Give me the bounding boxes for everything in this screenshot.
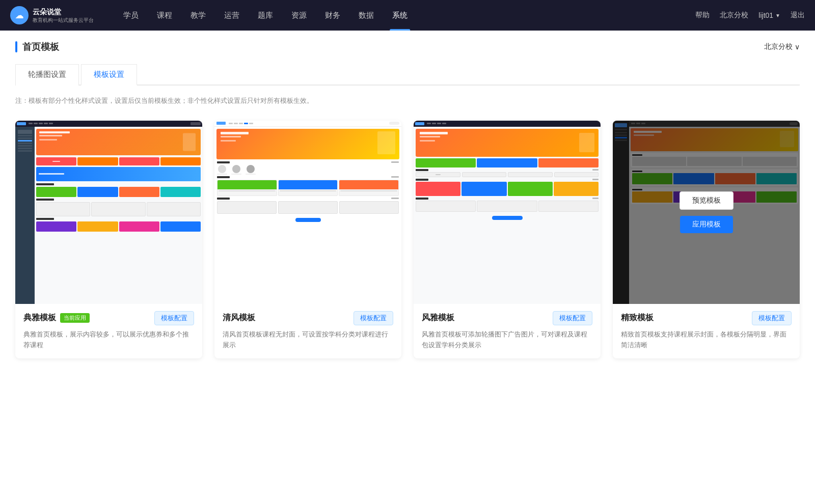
template-card-2: 预览模板 应用模板 清风模板 模板配置 清风首页模板课程无封面，可设置按学科分类… bbox=[214, 121, 401, 359]
branch-selector-arrow-icon: ∨ bbox=[795, 43, 800, 51]
logo-text: 云朵说堂 教育机构一站式服务云平台 bbox=[33, 7, 94, 23]
preview-btn-3[interactable]: 预览模板 bbox=[480, 191, 534, 210]
template-card-1: 预览模板 应用模板 典雅模板 当前应用 模板配置 典雅首页模板，展示内容较多，可… bbox=[15, 121, 202, 359]
template-name-2: 清风模板 bbox=[223, 313, 255, 323]
dropdown-arrow-icon: ▼ bbox=[775, 13, 780, 18]
nav-item-courses[interactable]: 课程 bbox=[148, 0, 181, 31]
config-btn-2[interactable]: 模板配置 bbox=[354, 311, 393, 325]
branch-selector[interactable]: 北京分校 ∨ bbox=[764, 42, 800, 51]
nav-item-resources[interactable]: 资源 bbox=[282, 0, 316, 31]
help-link[interactable]: 帮助 bbox=[695, 11, 710, 20]
username-label: lijt01 bbox=[758, 11, 773, 19]
config-btn-1[interactable]: 模板配置 bbox=[154, 311, 194, 325]
nav-item-operations[interactable]: 运营 bbox=[215, 0, 249, 31]
logo-line2: 教育机构一站式服务云平台 bbox=[33, 17, 94, 23]
template-info-3: 风雅模板 模板配置 风雅首页模板可添加轮播图下广告图片，可对课程及课程包设置学科… bbox=[414, 304, 601, 359]
template-name-4: 精致模板 bbox=[621, 313, 654, 323]
template-name-left-1: 典雅模板 当前应用 bbox=[23, 313, 90, 323]
template-desc-2: 清风首页模板课程无封面，可设置按学科分类对课程进行展示 bbox=[223, 329, 393, 351]
template-preview-1[interactable]: 预览模板 应用模板 bbox=[15, 121, 202, 304]
page-title: 首页模板 bbox=[22, 41, 59, 53]
template-info-4: 精致模板 模板配置 精致首页模板支持课程展示封面，各模板分隔明显，界面简洁清晰 bbox=[613, 304, 800, 359]
user-dropdown[interactable]: lijt01 ▼ bbox=[758, 11, 780, 19]
template-name-row-1: 典雅模板 当前应用 模板配置 bbox=[23, 311, 194, 325]
main-nav: 学员 课程 教学 运营 题库 资源 财务 数据 系统 bbox=[114, 0, 695, 31]
apply-btn-2[interactable]: 应用模板 bbox=[282, 216, 335, 233]
templates-grid: 预览模板 应用模板 典雅模板 当前应用 模板配置 典雅首页模板，展示内容较多，可… bbox=[15, 121, 800, 359]
config-btn-4[interactable]: 模板配置 bbox=[752, 311, 792, 325]
badge-applied-1: 当前应用 bbox=[60, 313, 90, 323]
template-desc-1: 典雅首页模板，展示内容较多，可以展示优惠券和多个推荐课程 bbox=[23, 329, 194, 351]
template-info-1: 典雅模板 当前应用 模板配置 典雅首页模板，展示内容较多，可以展示优惠券和多个推… bbox=[15, 304, 202, 359]
page-header: 首页模板 北京分校 ∨ bbox=[15, 41, 800, 53]
template-name-row-2: 清风模板 模板配置 bbox=[223, 311, 393, 325]
note-text: 注：模板有部分个性化样式设置，设置后仅当前模板生效；非个性化样式设置后只针对所有… bbox=[15, 96, 800, 106]
template-name-3: 风雅模板 bbox=[422, 313, 454, 323]
template-card-4: 预览模板 应用模板 精致模板 模板配置 精致首页模板支持课程展示封面，各模板分隔… bbox=[613, 121, 800, 359]
page-title-wrap: 首页模板 bbox=[15, 41, 59, 53]
tab-carousel[interactable]: 轮播图设置 bbox=[15, 64, 79, 86]
template-name-left-4: 精致模板 bbox=[621, 313, 654, 323]
apply-btn-3[interactable]: 应用模板 bbox=[481, 216, 534, 233]
nav-item-questions[interactable]: 题库 bbox=[249, 0, 282, 31]
config-btn-3[interactable]: 模板配置 bbox=[553, 311, 592, 325]
nav-item-teaching[interactable]: 教学 bbox=[181, 0, 215, 31]
branch-selector-label: 北京分校 bbox=[764, 42, 793, 51]
logo-icon: ☁ bbox=[10, 6, 29, 24]
navbar: ☁ 云朵说堂 教育机构一站式服务云平台 学员 课程 教学 运营 题库 资源 财务… bbox=[0, 0, 815, 31]
nav-item-system[interactable]: 系统 bbox=[383, 0, 417, 31]
logo-line1: 云朵说堂 bbox=[33, 7, 94, 16]
template-desc-4: 精致首页模板支持课程展示封面，各模板分隔明显，界面简洁清晰 bbox=[621, 329, 792, 351]
preview-btn-1[interactable]: 预览模板 bbox=[82, 191, 136, 210]
title-bar-decoration bbox=[15, 41, 17, 52]
template-info-2: 清风模板 模板配置 清风首页模板课程无封面，可设置按学科分类对课程进行展示 bbox=[214, 304, 401, 359]
preview-btn-4[interactable]: 预览模板 bbox=[680, 191, 734, 210]
tab-template[interactable]: 模板设置 bbox=[81, 64, 137, 86]
logout-link[interactable]: 退出 bbox=[791, 11, 805, 20]
nav-item-finance[interactable]: 财务 bbox=[316, 0, 349, 31]
nav-item-data[interactable]: 数据 bbox=[349, 0, 383, 31]
template-card-3: 预览模板 应用模板 风雅模板 模板配置 风雅首页模板可添加轮播图下广告图片，可对… bbox=[414, 121, 601, 359]
template-preview-4[interactable]: 预览模板 应用模板 bbox=[613, 121, 800, 304]
preview-btn-2[interactable]: 预览模板 bbox=[281, 191, 335, 210]
template-preview-3[interactable]: 预览模板 应用模板 bbox=[414, 121, 601, 304]
template-name-row-3: 风雅模板 模板配置 bbox=[422, 311, 592, 325]
template-name-row-4: 精致模板 模板配置 bbox=[621, 311, 792, 325]
template-preview-2[interactable]: 预览模板 应用模板 bbox=[214, 121, 401, 304]
template-name-left-3: 风雅模板 bbox=[422, 313, 454, 323]
nav-item-students[interactable]: 学员 bbox=[114, 0, 148, 31]
apply-btn-4[interactable]: 应用模板 bbox=[680, 216, 733, 233]
apply-btn-1[interactable]: 应用模板 bbox=[83, 216, 135, 233]
logo: ☁ 云朵说堂 教育机构一站式服务云平台 bbox=[10, 6, 94, 24]
template-name-left-2: 清风模板 bbox=[223, 313, 255, 323]
branch-link[interactable]: 北京分校 bbox=[720, 11, 748, 20]
tabs-wrap: 轮播图设置 模板设置 bbox=[15, 63, 800, 86]
template-name-1: 典雅模板 bbox=[23, 313, 56, 323]
template-4-overlay: 预览模板 应用模板 bbox=[613, 121, 800, 304]
navbar-right: 帮助 北京分校 lijt01 ▼ 退出 bbox=[695, 11, 805, 20]
template-desc-3: 风雅首页模板可添加轮播图下广告图片，可对课程及课程包设置学科分类展示 bbox=[422, 329, 592, 351]
page-content: 首页模板 北京分校 ∨ 轮播图设置 模板设置 注：模板有部分个性化样式设置，设置… bbox=[0, 31, 815, 504]
